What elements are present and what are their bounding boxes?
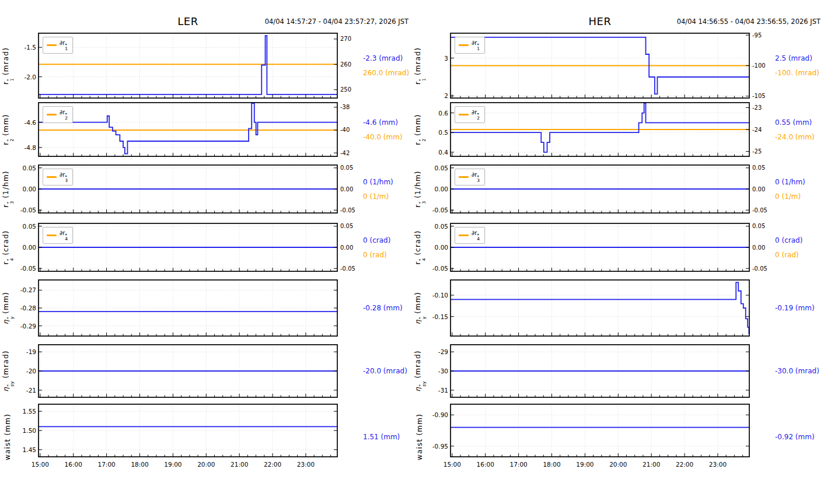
svg-text:19:00: 19:00 xyxy=(576,461,593,468)
svg-text:-4.6: -4.6 xyxy=(25,119,37,126)
blue-value-r3: 0 (1/hm) xyxy=(363,178,412,186)
legend-label: ∂r*3 xyxy=(60,172,68,183)
blue-series-line xyxy=(39,36,337,94)
current-values-eta-y: -0.19 (mm) xyxy=(769,279,824,337)
svg-text:0.05: 0.05 xyxy=(340,223,353,229)
legend-r2: ∂r*2 xyxy=(43,106,73,123)
svg-text:0.4: 0.4 xyxy=(438,149,448,156)
svg-text:-0.05: -0.05 xyxy=(340,207,355,214)
blue-value-eta-y: -0.28 (mm) xyxy=(363,304,412,312)
svg-text:-31: -31 xyxy=(438,387,448,394)
blue-value-r3: 0 (1/hm) xyxy=(775,178,824,186)
svg-text:18:00: 18:00 xyxy=(131,461,148,468)
svg-text:22:00: 22:00 xyxy=(676,461,693,468)
svg-text:1.50: 1.50 xyxy=(23,427,36,434)
panel-r1: r*1 (mrad)32-95-100-1052.5 (mrad)-100. (… xyxy=(412,33,824,99)
svg-text:0.00: 0.00 xyxy=(752,244,765,251)
legend-label: ∂r*4 xyxy=(472,230,480,241)
svg-text:-29: -29 xyxy=(438,348,448,355)
plot-eta-y: -0.10-0.15 xyxy=(427,279,769,337)
svg-text:-40: -40 xyxy=(340,127,350,133)
svg-text:-1.5: -1.5 xyxy=(25,44,37,51)
plot-waist: 1.551.501.4515:0016:0017:0018:0019:0020:… xyxy=(15,404,357,470)
svg-text:16:00: 16:00 xyxy=(65,461,82,468)
svg-text:20:00: 20:00 xyxy=(609,461,627,468)
svg-text:0.6: 0.6 xyxy=(438,110,448,117)
legend-label: ∂r*3 xyxy=(472,172,480,183)
svg-text:20:00: 20:00 xyxy=(197,461,215,468)
panel-r2: r*2 (mm)0.60.50.4-23-24-250.55 (mm)-24.0… xyxy=(412,102,824,157)
svg-text:0.05: 0.05 xyxy=(23,164,36,172)
svg-text:-4.8: -4.8 xyxy=(25,144,37,151)
svg-text:-105: -105 xyxy=(752,93,766,99)
svg-text:16:00: 16:00 xyxy=(477,461,494,468)
svg-text:0.00: 0.00 xyxy=(752,186,765,192)
svg-text:-24: -24 xyxy=(752,127,762,133)
legend-r1: ∂r*1 xyxy=(43,37,73,54)
svg-text:-21: -21 xyxy=(26,387,36,394)
svg-text:0.00: 0.00 xyxy=(435,186,448,192)
blue-series-line xyxy=(451,282,749,334)
orange-value-r2: -40.0 (mm) xyxy=(363,133,412,141)
legend-r3: ∂r*3 xyxy=(455,169,485,186)
plot-eta-py: -19-20-21 xyxy=(15,344,357,398)
blue-value-r4: 0 (crad) xyxy=(775,236,824,244)
svg-text:0.00: 0.00 xyxy=(340,244,353,251)
blue-value-waist: 1.51 (mm) xyxy=(363,433,412,441)
svg-text:-0.10: -0.10 xyxy=(432,292,448,299)
svg-text:2: 2 xyxy=(444,92,448,99)
svg-text:-0.05: -0.05 xyxy=(432,206,448,214)
orange-value-r1: 260.0 (mrad) xyxy=(363,69,412,77)
svg-text:0.05: 0.05 xyxy=(435,164,448,172)
y-axis-label-waist: waist (mm) xyxy=(412,404,427,470)
blue-value-waist: -0.92 (mm) xyxy=(775,433,824,441)
legend-label: ∂r*1 xyxy=(472,40,480,51)
svg-text:-19: -19 xyxy=(26,348,36,355)
panel-eta-y: η*y (mm)-0.10-0.15-0.19 (mm) xyxy=(412,279,824,337)
legend-orange-line-icon xyxy=(47,114,57,116)
current-values-eta-py: -30.0 (mrad) xyxy=(769,344,824,398)
her-column: HER 04/04 14:56:55 - 04/04 23:56:55, 202… xyxy=(412,0,824,504)
svg-text:-0.05: -0.05 xyxy=(432,265,448,272)
svg-text:-2.0: -2.0 xyxy=(25,74,37,80)
svg-text:-0.05: -0.05 xyxy=(20,265,36,272)
blue-value-eta-py: -20.0 (mrad) xyxy=(363,367,412,375)
panel-r2: r*2 (mm)-4.6-4.8-38-40-42-4.6 (mm)-40.0 … xyxy=(0,102,412,157)
svg-text:-0.28: -0.28 xyxy=(20,304,36,312)
svg-text:-20: -20 xyxy=(26,368,36,374)
panel-waist: waist (mm)1.551.501.4515:0016:0017:0018:… xyxy=(0,404,412,470)
panel-eta-y: η*y (mm)-0.27-0.28-0.29-0.28 (mm) xyxy=(0,279,412,337)
y-axis-label-r3: r*3 (1/hm) xyxy=(412,164,427,214)
current-values-waist: 1.51 (mm) xyxy=(357,404,412,470)
svg-text:0.05: 0.05 xyxy=(752,164,765,171)
svg-text:-0.05: -0.05 xyxy=(340,265,355,272)
svg-text:21:00: 21:00 xyxy=(231,461,248,468)
svg-text:0.05: 0.05 xyxy=(340,164,353,171)
legend-label: ∂r*1 xyxy=(60,40,68,51)
svg-text:15:00: 15:00 xyxy=(444,461,461,468)
legend-label: ∂r*2 xyxy=(60,109,68,120)
svg-text:-0.15: -0.15 xyxy=(432,313,448,320)
current-values-waist: -0.92 (mm) xyxy=(769,404,824,470)
legend-orange-line-icon xyxy=(47,176,57,178)
panel-eta-py: η*py (mrad)-29-30-31-30.0 (mrad) xyxy=(412,344,824,398)
panel-eta-py: η*py (mrad)-19-20-21-20.0 (mrad) xyxy=(0,344,412,398)
plot-eta-py: -29-30-31 xyxy=(427,344,769,398)
y-axis-label-r1: r*1 (mrad) xyxy=(0,33,15,99)
current-values-r1: -2.3 (mrad)260.0 (mrad) xyxy=(357,33,412,99)
svg-text:0.00: 0.00 xyxy=(23,244,36,251)
blue-value-r2: -4.6 (mm) xyxy=(363,118,412,127)
y-axis-label-eta-py: η*py (mrad) xyxy=(0,344,15,398)
orange-value-r1: -100. (mrad) xyxy=(775,69,824,77)
panel-waist: waist (mm)-0.90-0.9515:0016:0017:0018:00… xyxy=(412,404,824,470)
her-date-range: 04/04 14:56:55 - 04/04 23:56:55, 2026 JS… xyxy=(677,18,820,26)
y-axis-label-r3: r*3 (1/hm) xyxy=(0,164,15,214)
svg-text:17:00: 17:00 xyxy=(509,461,527,468)
svg-text:21:00: 21:00 xyxy=(643,461,660,468)
svg-text:-30: -30 xyxy=(438,368,448,374)
svg-text:250: 250 xyxy=(340,86,351,93)
y-axis-label-r2: r*2 (mm) xyxy=(412,102,427,157)
current-values-r3: 0 (1/hm)0 (1/m) xyxy=(769,164,824,214)
y-axis-label-eta-py: η*py (mrad) xyxy=(412,344,427,398)
y-axis-label-r4: r*4 (crad) xyxy=(412,223,427,272)
